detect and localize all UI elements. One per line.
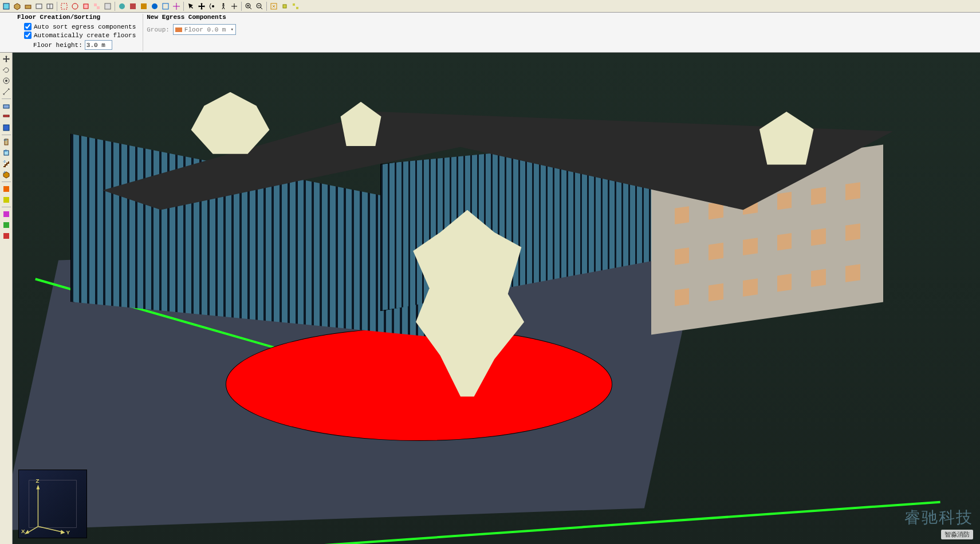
options-panel: Floor Creation/Sorting Auto sort egress … [0, 13, 980, 53]
3d-viewport[interactable]: Z X Y 睿驰科技 智淼消防 [13, 53, 980, 544]
axis-gizmo[interactable]: Z X Y [18, 470, 87, 538]
lt-analyze-a[interactable] [1, 209, 11, 219]
tb-fit-view[interactable] [269, 1, 279, 11]
toolbar-separator [183, 2, 184, 11]
svg-rect-38 [3, 222, 9, 228]
svg-point-14 [152, 3, 158, 9]
tb-walk[interactable] [218, 1, 229, 11]
top-toolbar [0, 0, 980, 13]
svg-rect-15 [163, 3, 168, 9]
floor-height-input[interactable] [85, 40, 112, 50]
lt-wall[interactable] [1, 101, 11, 111]
egress-group: New Egress Components Group: Floor 0.0 m [147, 14, 243, 51]
floor-height-label: Floor height: [33, 42, 82, 49]
svg-rect-13 [141, 3, 147, 9]
axis-z-label: Z [36, 478, 40, 484]
tb-fit-region[interactable] [290, 1, 301, 11]
tb-view-front[interactable] [34, 1, 44, 11]
egress-panel-title: New Egress Components [147, 14, 236, 21]
lt-window[interactable]: +0 [1, 148, 11, 158]
svg-rect-22 [293, 3, 295, 6]
tb-orbit[interactable] [207, 1, 218, 11]
svg-point-17 [223, 3, 225, 5]
svg-rect-7 [84, 4, 88, 9]
tb-wire[interactable] [160, 1, 171, 11]
auto-create-row[interactable]: Automatically create floors [17, 31, 136, 39]
tb-gizmo[interactable] [171, 1, 182, 11]
auto-sort-label: Auto sort egress components [34, 23, 136, 30]
svg-rect-40 [29, 480, 77, 528]
svg-text:-0: -0 [3, 171, 6, 174]
egress-group-row: Group: Floor 0.0 m [147, 23, 236, 35]
svg-text:+0: +0 [3, 149, 7, 152]
lt-analyze-c[interactable] [1, 231, 11, 241]
svg-point-6 [72, 3, 78, 9]
svg-marker-46 [61, 530, 65, 534]
tb-select-rect[interactable] [59, 1, 69, 11]
svg-rect-8 [94, 3, 97, 6]
tb-color-mode[interactable] [117, 1, 127, 11]
svg-rect-35 [3, 186, 9, 192]
floor-panel-title: Floor Creation/Sorting [17, 14, 136, 21]
tb-light[interactable] [149, 1, 160, 11]
tb-view-side[interactable] [45, 1, 55, 11]
svg-marker-42 [36, 485, 40, 490]
lt-material-a[interactable] [1, 184, 11, 194]
tb-view-iso[interactable] [1, 1, 11, 11]
auto-sort-row[interactable]: Auto sort egress components [17, 23, 136, 30]
lt-scale[interactable] [1, 76, 11, 86]
toolbar-separator [2, 98, 11, 99]
toolbar-separator [57, 2, 57, 11]
svg-rect-37 [3, 211, 9, 217]
floor-swatch-icon [175, 27, 182, 32]
svg-rect-2 [36, 4, 42, 9]
toolbar-separator [2, 182, 11, 182]
left-toolbar: +0 +0 -0 -0 [0, 53, 13, 544]
toolbar-separator [241, 2, 242, 11]
lt-analyze-b[interactable] [1, 220, 11, 230]
tb-pan[interactable] [196, 1, 207, 11]
tb-select-hide[interactable] [103, 1, 113, 11]
tb-texture[interactable] [139, 1, 149, 11]
lt-stair[interactable]: -0 [1, 159, 11, 169]
egress-group-label: Group: [147, 26, 170, 33]
svg-rect-12 [130, 3, 136, 9]
svg-point-11 [119, 3, 125, 9]
tb-view-cube[interactable] [12, 1, 22, 11]
tb-select-cube[interactable] [81, 1, 91, 11]
lt-agent[interactable]: -0 [1, 169, 11, 180]
svg-rect-9 [97, 6, 100, 9]
auto-create-label: Automatically create floors [34, 32, 136, 39]
svg-rect-1 [25, 5, 31, 9]
tb-select-lasso[interactable] [70, 1, 80, 11]
lt-move[interactable] [1, 54, 11, 64]
tb-fit-selection[interactable] [280, 1, 290, 11]
egress-group-combo[interactable]: Floor 0.0 m [173, 24, 236, 35]
scene-exit-region [226, 328, 613, 440]
tb-pointer[interactable] [186, 1, 196, 11]
tb-zoom-in[interactable] [243, 1, 254, 11]
auto-create-checkbox[interactable] [24, 31, 32, 39]
axis-y-label: Y [66, 529, 70, 535]
svg-rect-39 [3, 233, 9, 239]
lt-door[interactable]: +0 [1, 137, 11, 147]
svg-rect-23 [296, 7, 298, 9]
toolbar-separator [2, 207, 11, 207]
tb-select-face[interactable] [92, 1, 102, 11]
tb-view-top[interactable] [23, 1, 33, 11]
svg-rect-26 [3, 105, 9, 108]
toolbar-separator [2, 135, 11, 135]
auto-sort-checkbox[interactable] [24, 23, 32, 30]
lt-material-b[interactable] [1, 195, 11, 205]
lt-rotate[interactable] [1, 65, 11, 75]
lt-measure[interactable] [1, 86, 11, 97]
svg-point-25 [5, 80, 7, 82]
svg-rect-5 [61, 3, 67, 9]
tb-zoom-out[interactable] [254, 1, 265, 11]
lt-zone[interactable] [1, 123, 11, 133]
svg-rect-27 [3, 115, 9, 117]
lt-slab[interactable] [1, 112, 11, 122]
svg-text:+0: +0 [3, 138, 7, 141]
tb-look[interactable] [229, 1, 239, 11]
tb-shade[interactable] [128, 1, 138, 11]
